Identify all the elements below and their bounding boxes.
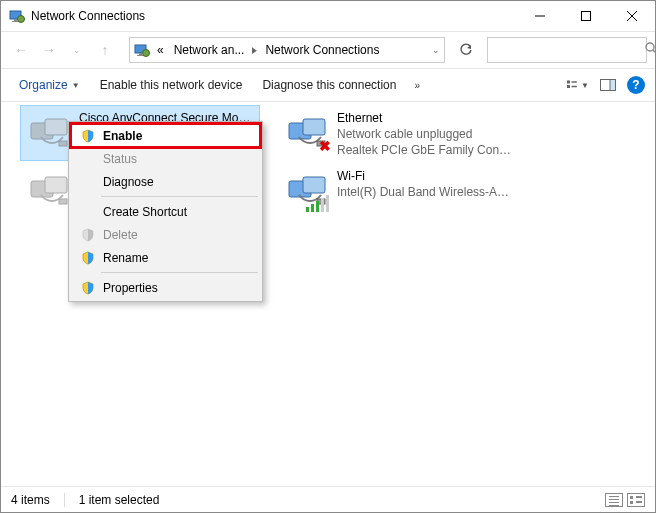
menu-item-label: Enable — [99, 129, 260, 143]
svg-rect-9 — [567, 80, 570, 83]
overflow-button[interactable]: » — [408, 80, 426, 91]
search-box[interactable] — [487, 37, 647, 63]
uac-shield-icon — [77, 228, 99, 242]
breadcrumb-seg-0[interactable]: Network an... — [171, 43, 248, 57]
status-separator — [64, 493, 65, 507]
menu-item-label: Status — [99, 152, 260, 166]
preview-pane-button[interactable] — [597, 74, 619, 96]
svg-rect-14 — [610, 80, 616, 91]
uac-shield-icon — [77, 251, 99, 265]
network-adapter-icon — [283, 168, 331, 214]
svg-rect-11 — [572, 81, 577, 83]
breadcrumb[interactable]: « Network an... ▶ Network Connections ⌄ — [129, 37, 445, 63]
minimize-button[interactable] — [517, 1, 563, 32]
chevron-right-icon[interactable]: ▶ — [252, 45, 257, 55]
network-adapter-icon — [25, 168, 73, 214]
unplugged-badge-icon: ✖ — [319, 137, 331, 156]
context-menu-item-rename[interactable]: Rename — [71, 246, 260, 269]
breadcrumb-seg-1[interactable]: Network Connections — [262, 43, 382, 57]
view-options-button[interactable]: ▼ — [567, 74, 589, 96]
adapter-item[interactable]: ✖EthernetNetwork cable unpluggedRealtek … — [279, 106, 517, 163]
organize-label: Organize — [19, 78, 68, 92]
status-bar: 4 items 1 item selected — [1, 486, 655, 512]
status-selection: 1 item selected — [79, 493, 160, 507]
forward-button[interactable]: → — [37, 38, 61, 62]
diagnose-label: Diagnose this connection — [262, 78, 396, 92]
recent-locations-button[interactable]: ⌄ — [65, 38, 89, 62]
context-menu-item-create-shortcut[interactable]: Create Shortcut — [71, 200, 260, 223]
network-adapter-icon: ✖ — [283, 110, 331, 156]
menu-item-label: Diagnose — [99, 175, 260, 189]
network-adapter-icon — [25, 110, 73, 156]
status-item-count: 4 items — [11, 493, 50, 507]
nav-bar: ← → ⌄ ↑ « Network an... ▶ Network Connec… — [1, 32, 655, 68]
context-menu-item-properties[interactable]: Properties — [71, 276, 260, 299]
context-menu-item-status: Status — [71, 147, 260, 170]
svg-point-8 — [646, 43, 654, 51]
menu-item-label: Properties — [99, 281, 260, 295]
adapter-item[interactable]: Wi-FiIntel(R) Dual Band Wireless-AC 31..… — [279, 164, 517, 218]
adapter-name: Ethernet — [337, 110, 513, 126]
control-panel-icon — [134, 42, 150, 58]
up-button[interactable]: ↑ — [93, 38, 117, 62]
uac-shield-icon — [77, 281, 99, 295]
svg-rect-12 — [572, 86, 577, 88]
breadcrumb-dropdown[interactable]: ⌄ — [432, 45, 440, 55]
window-title: Network Connections — [31, 9, 517, 23]
menu-item-label: Rename — [99, 251, 260, 265]
enable-device-command[interactable]: Enable this network device — [92, 74, 251, 96]
search-icon[interactable] — [644, 41, 656, 59]
help-button[interactable]: ? — [627, 76, 645, 94]
tiles-view-button[interactable] — [627, 493, 645, 507]
maximize-button[interactable] — [563, 1, 609, 32]
menu-separator — [101, 272, 258, 273]
title-bar: Network Connections — [1, 1, 655, 32]
adapter-status: Network cable unplugged — [337, 126, 513, 142]
context-menu-item-enable[interactable]: Enable — [71, 124, 260, 147]
uac-shield-icon — [77, 129, 99, 143]
app-icon — [9, 8, 25, 24]
diagnose-command[interactable]: Diagnose this connection — [254, 74, 404, 96]
breadcrumb-root-sep[interactable]: « — [154, 43, 167, 57]
dropdown-arrow-icon: ▼ — [72, 81, 80, 90]
menu-item-label: Delete — [99, 228, 260, 242]
refresh-button[interactable] — [453, 37, 479, 63]
back-button[interactable]: ← — [9, 38, 33, 62]
adapter-device: Intel(R) Dual Band Wireless-AC 31... — [337, 184, 513, 200]
content-area: Cisco AnyConnect Secure Mobility✖Etherne… — [1, 102, 655, 485]
enable-device-label: Enable this network device — [100, 78, 243, 92]
context-menu: EnableStatusDiagnoseCreate ShortcutDelet… — [68, 121, 263, 302]
wifi-signal-icon — [306, 194, 329, 212]
organize-menu[interactable]: Organize ▼ — [11, 74, 88, 96]
details-view-button[interactable] — [605, 493, 623, 507]
menu-separator — [101, 196, 258, 197]
adapter-device: Realtek PCIe GbE Family Controller — [337, 142, 513, 158]
command-bar: Organize ▼ Enable this network device Di… — [1, 68, 655, 102]
menu-item-label: Create Shortcut — [99, 205, 260, 219]
search-input[interactable] — [488, 43, 644, 57]
adapter-name: Wi-Fi — [337, 168, 513, 184]
context-menu-item-diagnose[interactable]: Diagnose — [71, 170, 260, 193]
context-menu-item-delete: Delete — [71, 223, 260, 246]
svg-rect-10 — [567, 85, 570, 88]
close-button[interactable] — [609, 1, 655, 32]
svg-rect-7 — [582, 12, 591, 21]
